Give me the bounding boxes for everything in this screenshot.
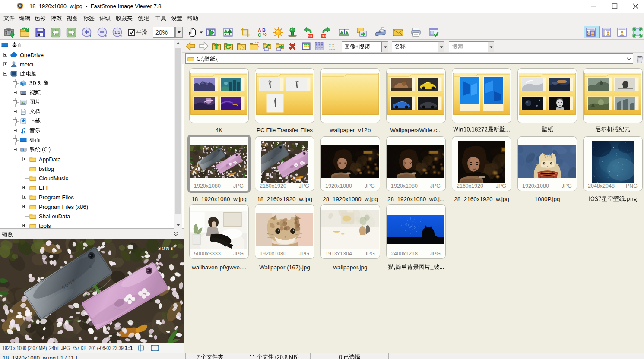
svg-text:90: 90	[308, 34, 312, 38]
svg-text:B: B	[262, 28, 266, 33]
svg-text:C: C	[258, 32, 261, 38]
svg-text:1:1: 1:1	[114, 30, 120, 35]
svg-text:90: 90	[322, 34, 326, 38]
svg-text:a-a-: a-a-	[329, 48, 335, 51]
